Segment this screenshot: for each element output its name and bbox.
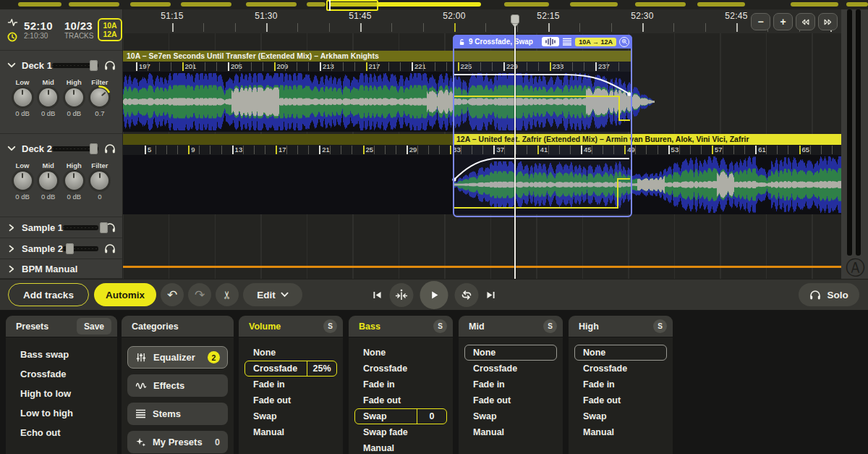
automation-option-fade-in[interactable]: Fade in [574, 377, 667, 392]
chevron-down-icon[interactable] [7, 60, 17, 70]
automation-option-manual[interactable]: Manual [574, 424, 667, 440]
minimap-track-segment[interactable] [635, 2, 686, 7]
automation-option-swap[interactable]: Swap [574, 408, 667, 424]
category-item-equalizer[interactable]: Equalizer2 [127, 346, 228, 369]
minimap-track-segment[interactable] [791, 2, 838, 7]
automation-option-swap[interactable]: Swap0 [354, 408, 447, 424]
minimap-track-segment[interactable] [130, 2, 171, 7]
mid-knob[interactable] [39, 172, 57, 190]
redo-button[interactable]: ↷ [188, 283, 211, 306]
solo-toggle-button[interactable]: S [433, 319, 447, 333]
chevron-right-icon[interactable] [7, 264, 17, 274]
minimap-track-segment[interactable] [246, 2, 297, 7]
solo-toggle-button[interactable]: S [543, 319, 557, 333]
waveform-view-toggle[interactable] [542, 37, 559, 46]
mid-knob[interactable] [39, 88, 57, 106]
sidebar-row-bpm[interactable]: BPM Manual [0, 259, 122, 279]
timeline-ruler[interactable]: 51:1551:3051:4552:0052:1552:3052:45 [123, 9, 841, 33]
minimap-track-segment[interactable] [181, 2, 231, 7]
split-button[interactable]: ✂ [216, 283, 239, 306]
zoom-out-button[interactable]: − [751, 13, 770, 30]
category-item-effects[interactable]: Effects [127, 374, 228, 397]
sample2-volume-slider[interactable] [63, 246, 98, 251]
deck2-volume-slider[interactable] [52, 146, 98, 151]
undo-button[interactable]: ↶ [161, 283, 184, 306]
chevron-down-icon[interactable] [7, 143, 17, 154]
sidebar-row-sample1[interactable]: Sample 1 [0, 217, 122, 238]
automation-option-crossfade[interactable]: Crossfade [574, 361, 667, 377]
solo-toggle-button[interactable]: S [653, 319, 667, 333]
deck1-volume-slider[interactable] [52, 63, 98, 68]
low-knob[interactable] [14, 88, 32, 106]
vertical-scrollbar-2[interactable] [856, 9, 861, 256]
sidebar-row-sample2[interactable]: Sample 2 [0, 238, 122, 259]
lock-open-icon[interactable] [458, 38, 466, 46]
edit-menu-button[interactable]: Edit [243, 283, 302, 306]
automation-option-none[interactable]: None [244, 345, 337, 361]
automation-option-swap-fade[interactable]: Swap fade [354, 424, 447, 440]
play-button[interactable] [420, 281, 448, 309]
slider-handle[interactable] [66, 243, 74, 254]
playhead-pin[interactable] [511, 14, 519, 27]
category-item-stems[interactable]: Stems [127, 403, 228, 425]
skip-backward-button[interactable] [796, 13, 815, 30]
automation-option-fade-in[interactable]: Fade in [244, 377, 337, 392]
solo-button[interactable]: Solo [799, 283, 859, 306]
automation-option-crossfade[interactable]: Crossfade [464, 361, 557, 377]
automation-option-manual[interactable]: Manual [244, 424, 337, 440]
automation-option-fade-out[interactable]: Fade out [244, 392, 337, 408]
minimap-track-segment[interactable] [504, 2, 549, 7]
key-transition-badge[interactable]: 10A 12A [98, 18, 122, 41]
automation-option-manual[interactable]: Manual [464, 424, 557, 440]
snap-to-playhead-button[interactable] [390, 283, 414, 307]
deck1-header-row[interactable]: Deck 1 [7, 56, 116, 74]
solo-toggle-button[interactable]: S [323, 319, 337, 333]
save-preset-button[interactable]: Save [77, 318, 111, 335]
preset-item-low-to-high[interactable]: Low to high [12, 403, 111, 423]
minimap-track-segment[interactable] [307, 2, 326, 7]
add-tracks-button[interactable]: Add tracks [8, 283, 89, 306]
minimap-track-segment[interactable] [18, 2, 61, 7]
skip-forward-button[interactable] [818, 13, 838, 30]
vertical-scrollbar[interactable] [847, 9, 852, 256]
automation-option-swap[interactable]: Swap [244, 408, 337, 424]
minimap-track-segment[interactable] [846, 2, 868, 7]
filter-knob[interactable] [90, 172, 109, 190]
minimap-track-segment[interactable] [69, 2, 119, 7]
slider-handle[interactable] [100, 222, 108, 233]
headphones-icon[interactable] [104, 60, 116, 71]
deck2-header-row[interactable]: Deck 2 [7, 140, 116, 157]
automation-option-swap[interactable]: Swap [464, 408, 557, 424]
automation-option-fade-out[interactable]: Fade out [574, 392, 667, 408]
filter-knob[interactable] [90, 88, 109, 106]
automix-button[interactable]: Automix [94, 283, 156, 306]
sample1-volume-slider[interactable] [63, 225, 98, 230]
zoom-in-button[interactable]: + [773, 13, 793, 30]
automation-option-none[interactable]: None [354, 345, 447, 361]
crossfade-header[interactable]: 9 Crossfade, Swap 10A → 12A [453, 35, 632, 49]
minimap-track-segment[interactable] [697, 2, 745, 7]
preset-item-echo-out[interactable]: Echo out [12, 423, 111, 442]
high-knob[interactable] [65, 88, 83, 106]
tracks-timeline-area[interactable]: 10A – Se7en Seconds Until Transfer (Exte… [123, 33, 841, 279]
headphones-icon[interactable] [104, 243, 116, 254]
preset-item-crossfade[interactable]: Crossfade [12, 364, 111, 384]
next-track-button[interactable] [485, 290, 497, 300]
preset-item-bass-swap[interactable]: Bass swap [12, 345, 111, 364]
automation-option-fade-out[interactable]: Fade out [354, 392, 447, 408]
list-view-toggle[interactable] [562, 38, 572, 46]
previous-track-button[interactable] [372, 290, 383, 300]
timeline-minimap[interactable] [0, 0, 868, 9]
automation-option-fade-in[interactable]: Fade in [464, 377, 557, 392]
headphones-icon[interactable] [104, 143, 116, 154]
minimap-viewport[interactable] [326, 0, 378, 11]
automation-option-fade-in[interactable]: Fade in [354, 377, 447, 392]
automation-option-manual[interactable]: Manual [354, 440, 447, 454]
automation-option-fade-out[interactable]: Fade out [464, 392, 557, 408]
automation-option-crossfade[interactable]: Crossfade25% [244, 361, 337, 377]
slider-handle[interactable] [90, 143, 98, 154]
category-item-my-presets[interactable]: My Presets0 [127, 431, 228, 453]
automation-option-crossfade[interactable]: Crossfade [354, 361, 447, 377]
chevron-right-icon[interactable] [7, 243, 17, 253]
magnifier-icon[interactable] [619, 37, 629, 47]
